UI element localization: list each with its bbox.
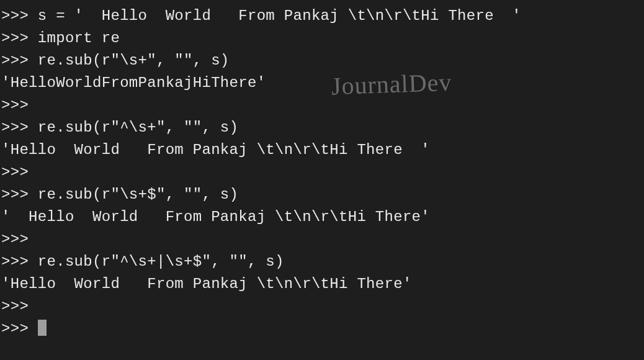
cursor <box>38 320 47 336</box>
terminal-line: >>> re.sub(r"^\s+|\s+$", "", s) <box>1 251 643 273</box>
terminal-line: ' Hello World From Pankaj \t\n\r\tHi The… <box>1 206 643 228</box>
terminal-line: >>> <box>1 228 643 251</box>
terminal-line: >>> <box>1 295 643 318</box>
terminal-line: 'Hello World From Pankaj \t\n\r\tHi Ther… <box>1 139 643 161</box>
terminal-line: 'HelloWorldFromPankajHiThere' <box>1 72 643 94</box>
terminal-line: >>> import re <box>1 27 643 50</box>
terminal-line: >>> <box>1 161 643 184</box>
terminal-line: >>> <box>1 94 643 117</box>
terminal-line: >>> re.sub(r"\s+", "", s) <box>1 50 643 72</box>
terminal-output[interactable]: >>> s = ' Hello World From Pankaj \t\n\r… <box>1 5 643 340</box>
terminal-line: 'Hello World From Pankaj \t\n\r\tHi Ther… <box>1 273 643 295</box>
terminal-line: >>> <box>1 318 643 340</box>
terminal-line: >>> s = ' Hello World From Pankaj \t\n\r… <box>1 5 643 27</box>
terminal-line: >>> re.sub(r"^\s+", "", s) <box>1 117 643 139</box>
terminal-line: >>> re.sub(r"\s+$", "", s) <box>1 184 643 206</box>
